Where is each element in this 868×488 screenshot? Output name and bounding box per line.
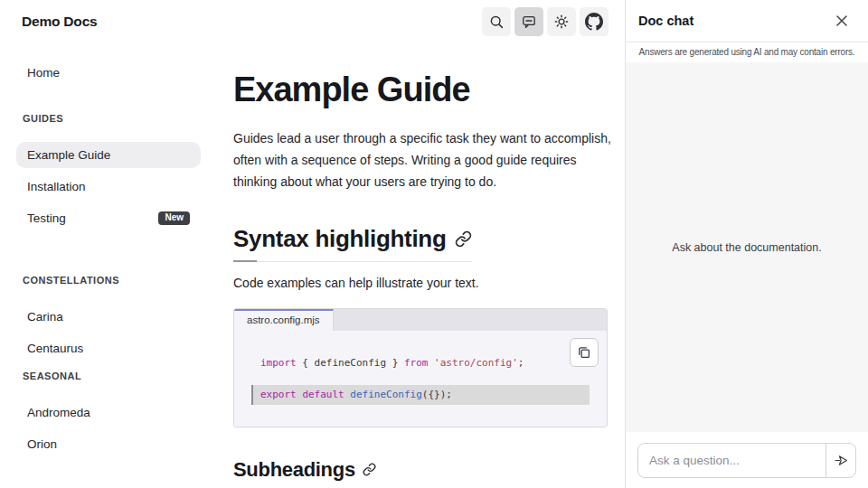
section-heading-text: Syntax highlighting: [233, 225, 447, 253]
search-icon: [489, 14, 504, 29]
section-heading-syntax-highlighting: Syntax highlighting: [233, 225, 472, 262]
site-title[interactable]: Demo Docs: [22, 14, 97, 30]
article: Example Guide Guides lead a user through…: [219, 43, 625, 488]
sidebar-group-guides: GUIDESExample GuideInstallationTestingNe…: [16, 113, 201, 231]
copy-code-button[interactable]: [570, 338, 599, 367]
code-line: import { defineConfig } from 'astro/conf…: [234, 356, 607, 371]
chat-disclaimer: Answers are generated using AI and may c…: [626, 42, 868, 62]
sidebar-item-home[interactable]: Home: [16, 60, 201, 86]
content-row: HomeGUIDESExample GuideInstallationTesti…: [0, 43, 625, 488]
site-header: Demo Docs: [0, 0, 625, 43]
anchor-link-icon[interactable]: [363, 463, 376, 476]
sidebar-item-label: Orion: [27, 437, 57, 451]
send-icon: [834, 453, 849, 468]
sidebar-item-label: Example Guide: [27, 148, 110, 162]
chat-input-area: [626, 432, 868, 488]
main-area: Demo Docs: [0, 0, 625, 488]
sidebar-item-label: Installation: [27, 180, 86, 193]
sidebar: HomeGUIDESExample GuideInstallationTesti…: [0, 43, 219, 488]
sidebar-group-label: CONSTELLATIONS: [16, 275, 201, 286]
sidebar-group-label: GUIDES: [16, 113, 201, 124]
code-body: import { defineConfig } from 'astro/conf…: [234, 331, 607, 427]
chat-empty-state: Ask about the documentation.: [672, 241, 821, 254]
sidebar-group-label: SEASONAL: [16, 371, 201, 381]
sidebar-item-andromeda[interactable]: Andromeda: [16, 399, 201, 426]
header-toolbar: [482, 7, 609, 36]
code-line-highlighted: export default defineConfig({});: [251, 385, 590, 405]
chat-input[interactable]: [638, 444, 826, 477]
doc-chat-panel: Doc chat Answers are generated using AI …: [625, 0, 868, 488]
section-heading-subheadings: Subheadings: [233, 458, 376, 482]
copy-icon: [577, 345, 591, 360]
code-tab-active[interactable]: astro.config.mjs: [234, 309, 334, 331]
app-window: Demo Docs: [0, 0, 868, 488]
chat-bubble-icon: [522, 14, 536, 29]
code-line: [234, 371, 607, 385]
page-title: Example Guide: [233, 70, 625, 110]
intro-paragraph: Guides lead a user through a specific ta…: [233, 127, 613, 192]
github-link[interactable]: [580, 7, 609, 36]
sidebar-item-label: Home: [27, 66, 60, 80]
sidebar-group-constellations: CONSTELLATIONSCarinaCentaurus: [16, 275, 201, 361]
sidebar-item-carina[interactable]: Carina: [16, 304, 201, 330]
theme-toggle-button[interactable]: [547, 7, 576, 36]
sidebar-item-label: Carina: [27, 310, 63, 324]
sidebar-group-seasonal: SEASONALAndromedaOrion: [16, 371, 201, 457]
sidebar-item-example-guide[interactable]: Example Guide: [16, 142, 201, 168]
code-tab-bar: astro.config.mjs: [234, 309, 607, 331]
sidebar-item-testing[interactable]: TestingNew: [16, 205, 201, 231]
sidebar-item-label: Testing: [27, 211, 66, 225]
chat-messages: Ask about the documentation.: [626, 62, 868, 432]
section-heading-text: Subheadings: [233, 458, 355, 482]
send-button[interactable]: [826, 444, 855, 477]
sidebar-item-installation[interactable]: Installation: [16, 174, 201, 200]
anchor-link-icon[interactable]: [455, 230, 472, 248]
code-lines: import { defineConfig } from 'astro/conf…: [234, 356, 607, 405]
github-icon: [585, 13, 603, 31]
sidebar-item-centaurus[interactable]: Centaurus: [16, 335, 201, 361]
close-chat-button[interactable]: [833, 12, 851, 30]
sidebar-item-label: Andromeda: [27, 406, 90, 419]
sidebar-item-label: Centaurus: [27, 342, 83, 355]
chat-input-box: [637, 443, 856, 478]
chat-header: Doc chat: [626, 0, 868, 42]
new-badge: New: [158, 211, 190, 225]
search-button[interactable]: [482, 7, 511, 36]
close-icon: [835, 14, 848, 27]
doc-chat-button[interactable]: [514, 7, 543, 36]
chat-title: Doc chat: [638, 14, 693, 28]
sun-icon: [554, 14, 569, 29]
code-block: astro.config.mjs import { defineConfig }…: [233, 308, 608, 427]
code-caption: Code examples can help illustrate your t…: [233, 276, 625, 290]
sidebar-item-orion[interactable]: Orion: [16, 431, 201, 457]
